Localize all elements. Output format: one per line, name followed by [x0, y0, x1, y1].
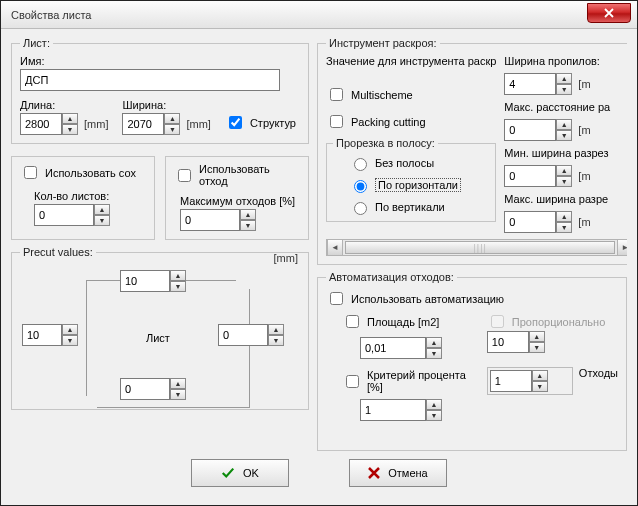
check-icon [221, 466, 235, 480]
strip-group: Прорезка в полосу: Без полосы По горизон… [326, 137, 496, 222]
use-stock-group: Использовать сох Кол-во листов: ▲▼ [11, 156, 155, 240]
multischeme-label: Multischeme [351, 89, 413, 101]
pct-label: Критерий процента [%] [367, 369, 477, 393]
max-waste-input[interactable] [180, 209, 240, 231]
client-area: Лист: Имя: Длина: ▲▼ [mm] [1, 29, 637, 505]
tool-legend: Инструмент раскроя: [326, 37, 440, 49]
name-input[interactable] [20, 69, 280, 91]
width-unit: [mm] [186, 118, 210, 130]
use-stock-checkbox[interactable] [24, 166, 37, 179]
precut-top-spinner[interactable]: ▲▼ [120, 270, 186, 292]
maxdist-spinner[interactable]: ▲▼ [504, 119, 572, 141]
use-auto-label: Использовать автоматизацию [351, 293, 504, 305]
stock-count-label: Кол-во листов: [34, 190, 146, 202]
tool-scrollbar[interactable]: ◄ |||| ► [326, 239, 627, 256]
tool-value-label: Значение для инструмента раскр [326, 55, 496, 67]
auto-group: Автоматизация отходов: Использовать авто… [317, 271, 627, 451]
pct-input[interactable] [360, 399, 426, 421]
width-up[interactable]: ▲ [164, 113, 180, 124]
scroll-left-icon[interactable]: ◄ [327, 240, 343, 255]
width-label: Ширина: [122, 99, 210, 111]
radio-none[interactable]: Без полосы [349, 155, 491, 171]
length-up[interactable]: ▲ [62, 113, 78, 124]
max-waste-up[interactable]: ▲ [240, 209, 256, 220]
structure-checkbox[interactable] [229, 116, 242, 129]
radio-horizontal[interactable]: По горизонтали [349, 177, 491, 193]
waste-bot-input[interactable] [490, 370, 532, 392]
area-input[interactable] [360, 337, 426, 359]
waste-label: Отходы [579, 367, 618, 379]
precut-bottom-spinner[interactable]: ▲▼ [120, 378, 186, 400]
length-spinner[interactable]: ▲▼ [20, 113, 78, 135]
stock-count-input[interactable] [34, 204, 94, 226]
kerf-spinner[interactable]: ▲▼ [504, 73, 572, 95]
titlebar: Свойства листа [1, 1, 637, 29]
multischeme-checkbox[interactable] [330, 88, 343, 101]
cancel-button[interactable]: Отмена [349, 459, 447, 487]
pct-checkbox[interactable] [346, 375, 359, 388]
structure-label: Структур [250, 117, 296, 129]
area-label: Площадь [m2] [367, 316, 439, 328]
max-waste-spinner[interactable]: ▲▼ [180, 209, 300, 231]
strip-legend: Прорезка в полосу: [333, 137, 438, 149]
precut-bottom-input[interactable] [120, 378, 170, 400]
maxcut-input[interactable] [504, 211, 556, 233]
prop-label: Пропорционально [512, 316, 605, 328]
precut-top-input[interactable] [120, 270, 170, 292]
waste-frame: ▲▼ [487, 367, 573, 395]
sheet-group: Лист: Имя: Длина: ▲▼ [mm] [11, 37, 309, 144]
waste-top-spinner[interactable]: ▲▼ [487, 331, 573, 353]
close-button[interactable] [587, 3, 631, 23]
stock-count-spinner[interactable]: ▲▼ [34, 204, 146, 226]
name-label: Имя: [20, 55, 300, 67]
precut-group: Precut values: Лист ▲▼ ▲▼ ▲▼ ▲▼ [mm] [11, 246, 309, 410]
stock-count-down[interactable]: ▼ [94, 215, 110, 226]
mincut-label: Мин. ширина разрез [504, 147, 627, 159]
mincut-spinner[interactable]: ▲▼ [504, 165, 572, 187]
length-unit: [mm] [84, 118, 108, 130]
use-auto-checkbox[interactable] [330, 292, 343, 305]
maxcut-label: Макс. ширина разре [504, 193, 627, 205]
precut-right-spinner[interactable]: ▲▼ [218, 324, 284, 346]
scroll-thumb[interactable]: |||| [345, 241, 615, 254]
stock-count-up[interactable]: ▲ [94, 204, 110, 215]
precut-unit: [mm] [274, 252, 298, 264]
width-down[interactable]: ▼ [164, 124, 180, 135]
mincut-input[interactable] [504, 165, 556, 187]
length-label: Длина: [20, 99, 108, 111]
precut-left-input[interactable] [22, 324, 62, 346]
maxdist-input[interactable] [504, 119, 556, 141]
x-icon [368, 467, 380, 479]
kerf-input[interactable] [504, 73, 556, 95]
width-spinner[interactable]: ▲▼ [122, 113, 180, 135]
use-waste-checkbox[interactable] [178, 169, 191, 182]
waste-bot-spinner[interactable]: ▲▼ [490, 370, 570, 392]
max-waste-label: Максимум отходов [%] [180, 195, 300, 207]
button-bar: OK Отмена [11, 451, 627, 499]
waste-top-input[interactable] [487, 331, 529, 353]
length-down[interactable]: ▼ [62, 124, 78, 135]
ok-button[interactable]: OK [191, 459, 289, 487]
packing-label: Packing cutting [351, 116, 426, 128]
maxcut-spinner[interactable]: ▲▼ [504, 211, 572, 233]
area-spinner[interactable]: ▲▼ [360, 337, 477, 359]
kerf-label: Ширина пропилов: [504, 55, 627, 67]
sheet-legend: Лист: [20, 37, 53, 49]
width-input[interactable] [122, 113, 164, 135]
precut-center-label: Лист [146, 332, 170, 344]
auto-legend: Автоматизация отходов: [326, 271, 457, 283]
pct-spinner[interactable]: ▲▼ [360, 399, 477, 421]
max-waste-down[interactable]: ▼ [240, 220, 256, 231]
area-checkbox[interactable] [346, 315, 359, 328]
prop-checkbox [491, 315, 504, 328]
length-input[interactable] [20, 113, 62, 135]
maxdist-label: Макс. расстояние ра [504, 101, 627, 113]
precut-right-input[interactable] [218, 324, 268, 346]
scroll-right-icon[interactable]: ► [617, 240, 627, 255]
radio-vertical[interactable]: По вертикали [349, 199, 491, 215]
use-waste-label: Использовать отход [199, 163, 300, 187]
precut-left-spinner[interactable]: ▲▼ [22, 324, 78, 346]
precut-legend: Precut values: [20, 246, 96, 258]
packing-checkbox[interactable] [330, 115, 343, 128]
left-column: Лист: Имя: Длина: ▲▼ [mm] [11, 37, 309, 451]
